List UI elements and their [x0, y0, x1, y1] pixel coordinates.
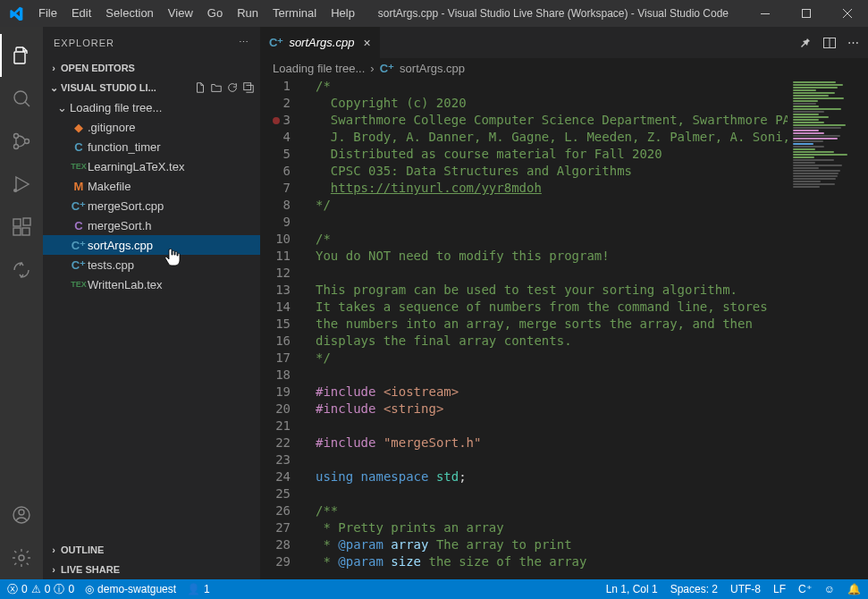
- more-actions-icon[interactable]: ⋯: [847, 36, 859, 49]
- chevron-right-icon: ›: [46, 564, 61, 575]
- maximize-button[interactable]: [786, 0, 827, 27]
- feedback-icon[interactable]: ☺: [824, 583, 835, 595]
- file-function_timer[interactable]: Cfunction_timer: [43, 137, 260, 156]
- menu-help[interactable]: Help: [324, 0, 362, 27]
- split-editor-icon[interactable]: [822, 36, 837, 50]
- workspace-section[interactable]: ⌄ VISUAL STUDIO LI...: [43, 78, 260, 97]
- file-mergesort-cpp[interactable]: C⁺mergeSort.cpp: [43, 196, 260, 215]
- title-bar: FileEditSelectionViewGoRunTerminalHelp s…: [0, 0, 868, 27]
- activity-bar: [0, 27, 43, 579]
- editor-body[interactable]: 1234567891011121314151617181920212223242…: [260, 78, 868, 579]
- explorer-icon[interactable]: [0, 34, 43, 77]
- menu-view[interactable]: View: [161, 0, 200, 27]
- folder-label: Loading file tree...: [70, 101, 162, 114]
- svg-point-6: [25, 139, 29, 144]
- new-file-icon[interactable]: [194, 81, 206, 94]
- close-button[interactable]: [827, 0, 868, 27]
- tex-file-icon: TEX: [70, 162, 88, 171]
- refresh-icon[interactable]: [226, 81, 239, 94]
- svg-point-7: [13, 189, 17, 192]
- file-learninglatex-tex[interactable]: TEXLearningLaTeX.tex: [43, 156, 260, 176]
- broadcast-icon: ◎: [85, 583, 94, 595]
- svg-rect-11: [23, 218, 30, 225]
- error-icon: ⓧ: [7, 582, 18, 597]
- breadcrumb-file[interactable]: sortArgs.cpp: [400, 62, 465, 75]
- svg-point-14: [19, 555, 24, 561]
- file--gitignore[interactable]: ◆.gitignore: [43, 117, 260, 137]
- encoding-status[interactable]: UTF-8: [730, 583, 761, 595]
- file-label: sortArgs.cpp: [88, 239, 153, 252]
- folder-row[interactable]: ⌄ Loading file tree...: [43, 97, 260, 117]
- live-share-section[interactable]: › LIVE SHARE: [43, 560, 260, 579]
- file-makefile[interactable]: MMakefile: [43, 176, 260, 196]
- window-title: sortArgs.cpp - Visual Studio Live Share …: [362, 7, 745, 20]
- live-share-status[interactable]: ◎ demo-swatguest: [85, 583, 176, 595]
- menu-go[interactable]: Go: [200, 0, 230, 27]
- search-icon[interactable]: [0, 77, 43, 120]
- extensions-icon[interactable]: [0, 206, 43, 249]
- file-writtenlab-tex[interactable]: TEXWrittenLab.tex: [43, 274, 260, 294]
- svg-point-13: [19, 510, 24, 515]
- file-sortargs-cpp[interactable]: C⁺sortArgs.cpp: [43, 235, 260, 255]
- file-label: WrittenLab.tex: [88, 278, 163, 291]
- line-gutter[interactable]: 1234567891011121314151617181920212223242…: [260, 78, 303, 579]
- outline-section[interactable]: › OUTLINE: [43, 540, 260, 560]
- source-control-icon[interactable]: [0, 120, 43, 163]
- svg-rect-1: [803, 10, 811, 18]
- chevron-right-icon: ›: [46, 544, 61, 555]
- file-label: tests.cpp: [88, 258, 134, 272]
- file-label: Makefile: [88, 180, 131, 193]
- menu-bar: FileEditSelectionViewGoRunTerminalHelp: [31, 0, 362, 27]
- chevron-down-icon: ⌄: [46, 82, 61, 94]
- eol-status[interactable]: LF: [773, 583, 786, 595]
- indentation-status[interactable]: Spaces: 2: [670, 583, 718, 595]
- breadcrumb-root[interactable]: Loading file tree...: [273, 62, 365, 75]
- cpp-file-icon: C⁺: [70, 199, 88, 213]
- close-tab-icon[interactable]: ×: [363, 36, 370, 50]
- collapse-icon[interactable]: [242, 81, 255, 94]
- file-mergesort-h[interactable]: CmergeSort.h: [43, 215, 260, 235]
- cpp-file-icon: C⁺: [269, 36, 283, 49]
- file-label: mergeSort.h: [88, 219, 152, 232]
- open-editors-section[interactable]: › OPEN EDITORS: [43, 58, 260, 78]
- menu-file[interactable]: File: [31, 0, 64, 27]
- participants-status[interactable]: 👤 1: [187, 583, 210, 595]
- minimap[interactable]: [788, 78, 868, 579]
- problems-status[interactable]: ⓧ0 ⚠0 ⓘ0: [7, 582, 74, 597]
- file-tests-cpp[interactable]: C⁺tests.cpp: [43, 255, 260, 274]
- person-icon: 👤: [187, 583, 200, 595]
- menu-selection[interactable]: Selection: [98, 0, 160, 27]
- notifications-icon[interactable]: 🔔: [847, 583, 861, 595]
- menu-terminal[interactable]: Terminal: [265, 0, 324, 27]
- chevron-right-icon: ›: [46, 63, 61, 73]
- outline-label: OUTLINE: [61, 544, 104, 555]
- window-controls: [745, 0, 868, 27]
- cpp-file-icon: C⁺: [380, 62, 394, 75]
- tab-sortargs[interactable]: C⁺ sortArgs.cpp ×: [260, 27, 381, 58]
- svg-rect-0: [761, 13, 770, 14]
- code-content[interactable]: /* Copyright (c) 2020 Swarthmore College…: [303, 78, 788, 579]
- menu-edit[interactable]: Edit: [64, 0, 98, 27]
- pin-icon[interactable]: [797, 36, 812, 50]
- chevron-right-icon: ›: [370, 62, 374, 75]
- tab-label: sortArgs.cpp: [289, 36, 354, 49]
- svg-rect-10: [22, 228, 29, 235]
- language-status[interactable]: C⁺: [798, 583, 812, 595]
- settings-icon[interactable]: [0, 536, 43, 579]
- menu-run[interactable]: Run: [230, 0, 265, 27]
- more-icon[interactable]: ⋯: [239, 37, 249, 48]
- svg-rect-2: [14, 52, 25, 63]
- main-area: EXPLORER ⋯ › OPEN EDITORS ⌄ VISUAL STUDI…: [0, 27, 868, 579]
- breadcrumb[interactable]: Loading file tree... › C⁺ sortArgs.cpp: [260, 58, 868, 78]
- editor-tabs: C⁺ sortArgs.cpp × ⋯: [260, 27, 868, 58]
- accounts-icon[interactable]: [0, 494, 43, 536]
- open-editors-label: OPEN EDITORS: [61, 63, 135, 73]
- live-share-icon[interactable]: [0, 249, 43, 291]
- run-debug-icon[interactable]: [0, 163, 43, 206]
- minimize-button[interactable]: [745, 0, 786, 27]
- m-file-icon: M: [70, 180, 88, 193]
- workspace-label: VISUAL STUDIO LI...: [61, 82, 156, 93]
- explorer-sidebar: EXPLORER ⋯ › OPEN EDITORS ⌄ VISUAL STUDI…: [43, 27, 260, 579]
- cursor-position[interactable]: Ln 1, Col 1: [606, 583, 658, 595]
- new-folder-icon[interactable]: [210, 81, 223, 94]
